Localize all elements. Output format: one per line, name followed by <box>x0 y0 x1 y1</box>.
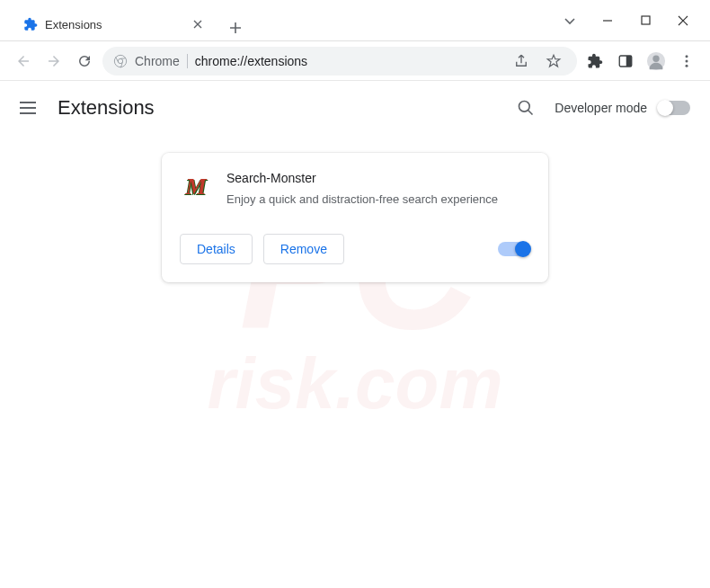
extension-name: Search-Monster <box>226 171 530 185</box>
chrome-logo-icon <box>113 54 128 68</box>
svg-point-1 <box>114 55 126 67</box>
profile-avatar-icon[interactable] <box>643 49 669 74</box>
browser-toolbar: Chrome chrome://extensions <box>0 41 710 81</box>
search-icon[interactable] <box>513 95 538 120</box>
extensions-list: M Search-Monster Enjoy a quick and distr… <box>0 135 710 300</box>
extensions-puzzle-icon[interactable] <box>582 49 608 74</box>
reload-button[interactable] <box>72 49 97 74</box>
remove-button[interactable]: Remove <box>263 234 344 264</box>
extension-description: Enjoy a quick and distraction-free searc… <box>226 191 530 209</box>
tab-title: Extensions <box>45 18 102 31</box>
window-close-button[interactable] <box>676 13 690 28</box>
hamburger-menu-icon[interactable] <box>20 97 41 119</box>
svg-point-9 <box>686 64 688 67</box>
new-tab-button[interactable] <box>223 15 248 40</box>
svg-point-6 <box>652 55 659 61</box>
svg-point-8 <box>686 59 688 62</box>
page-title: Extensions <box>58 96 155 120</box>
svg-rect-0 <box>642 16 650 24</box>
extension-puzzle-icon <box>23 17 38 31</box>
watermark-small: risk.com <box>207 343 502 425</box>
window-maximize-button[interactable] <box>638 13 652 28</box>
url-scheme-label: Chrome <box>135 54 180 68</box>
extension-card: M Search-Monster Enjoy a quick and distr… <box>162 153 548 282</box>
overflow-menu-icon[interactable] <box>674 49 699 74</box>
url-text: chrome://extensions <box>195 54 307 68</box>
forward-button[interactable] <box>41 49 67 74</box>
svg-rect-4 <box>626 56 632 67</box>
svg-point-7 <box>686 55 688 58</box>
page-header: Extensions Developer mode <box>0 81 710 135</box>
browser-tab[interactable]: Extensions <box>11 8 217 40</box>
svg-point-10 <box>519 102 530 112</box>
share-icon[interactable] <box>509 49 534 74</box>
details-button[interactable]: Details <box>180 234 253 264</box>
bookmark-star-icon[interactable] <box>541 49 566 74</box>
back-button[interactable] <box>11 49 36 74</box>
window-minimize-button[interactable] <box>600 13 615 28</box>
developer-mode-label: Developer mode <box>555 101 647 115</box>
url-divider <box>187 54 188 68</box>
address-bar[interactable]: Chrome chrome://extensions <box>102 47 577 76</box>
tab-strip: Extensions <box>0 0 248 40</box>
window-titlebar: Extensions <box>0 0 710 41</box>
extension-enable-toggle[interactable] <box>498 242 530 256</box>
developer-mode-toggle[interactable] <box>658 101 690 115</box>
side-panel-icon[interactable] <box>613 49 638 74</box>
chevron-down-icon[interactable] <box>563 13 577 28</box>
extension-app-icon: M <box>180 171 212 203</box>
close-tab-icon[interactable] <box>191 17 205 31</box>
